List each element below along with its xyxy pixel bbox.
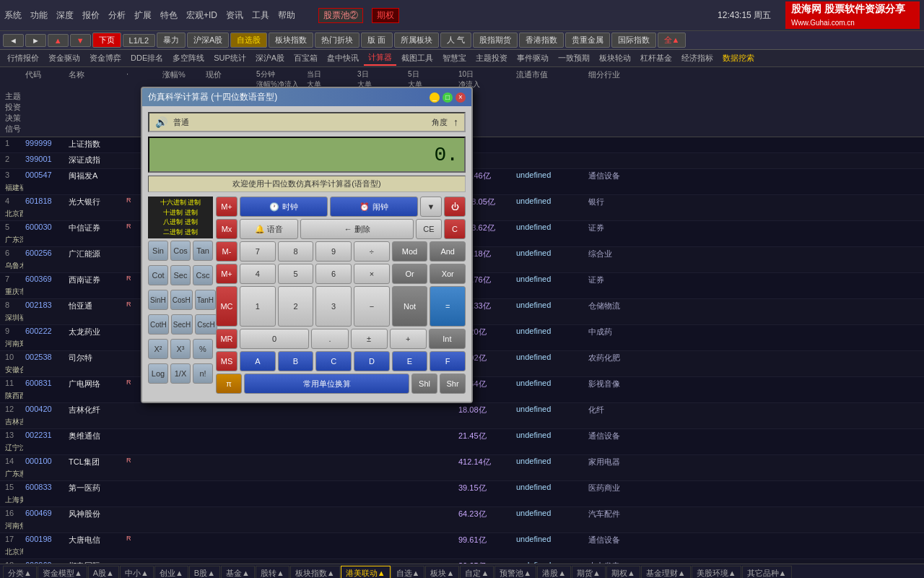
calc-mx-button[interactable]: Mx bbox=[216, 219, 237, 239]
calc-dot-button[interactable]: . bbox=[311, 329, 348, 349]
table-row[interactable]: 16 600469 风神股份 64.23亿 undefined 汽车配件 河南焦… bbox=[0, 507, 924, 533]
bottom-tab[interactable]: 期货▲ bbox=[572, 566, 606, 578]
calc-log-button[interactable]: Log bbox=[148, 363, 168, 384]
calc-and-button[interactable]: And bbox=[430, 241, 466, 262]
calc-sub-button[interactable]: − bbox=[354, 286, 390, 327]
nav2-econindex[interactable]: 经济指标 bbox=[677, 51, 718, 65]
nav1-sector[interactable]: 所属板块 bbox=[394, 33, 439, 48]
nav2-sza[interactable]: 深沪A股 bbox=[251, 51, 289, 65]
calc-ms-button[interactable]: MS bbox=[216, 351, 237, 371]
calc-pi-button[interactable]: π bbox=[216, 374, 242, 394]
calc-cosh-button[interactable]: CosH bbox=[170, 290, 193, 310]
nav1-gold[interactable]: 贵重金属 bbox=[565, 33, 610, 48]
calc-clock-button[interactable]: 🕐 时钟 bbox=[240, 197, 328, 217]
calc-f-button[interactable]: F bbox=[430, 351, 466, 371]
nav1-ashare[interactable]: 沪深A股 bbox=[187, 33, 229, 48]
calc-fact-button[interactable]: n! bbox=[193, 363, 213, 384]
nav1-hotblock[interactable]: 热门折块 bbox=[315, 33, 359, 48]
menu-quote[interactable]: 报价 bbox=[82, 9, 100, 22]
nav1-intlindex[interactable]: 国际指数 bbox=[611, 33, 656, 48]
calc-c-button[interactable]: C bbox=[444, 219, 466, 239]
bottom-tab[interactable]: 板块▲ bbox=[425, 566, 459, 578]
calc-or-button[interactable]: Or bbox=[392, 264, 428, 284]
calc-x3-button[interactable]: X³ bbox=[170, 339, 191, 359]
bottom-tab[interactable]: 其它品种▲ bbox=[742, 566, 792, 578]
nav2-capbog[interactable]: 资金博弈 bbox=[85, 51, 126, 65]
bottom-tab[interactable]: 港美联动▲ bbox=[341, 566, 391, 578]
calc-ce-button[interactable]: CE bbox=[416, 219, 442, 239]
menu-help[interactable]: 帮助 bbox=[278, 9, 295, 22]
calc-del-button[interactable]: ← 删除 bbox=[300, 219, 414, 239]
table-row[interactable]: 12 000420 吉林化纤 18.08亿 undefined 化纤 吉林吉林·… bbox=[0, 403, 924, 429]
nav1-force[interactable]: 暴力 bbox=[157, 33, 186, 48]
calc-bc-button[interactable]: C bbox=[315, 351, 352, 371]
bottom-tab[interactable]: 自选▲ bbox=[391, 566, 425, 578]
bottom-tab[interactable]: 基金▲ bbox=[221, 566, 255, 578]
bottom-tab[interactable]: 自定▲ bbox=[460, 566, 494, 578]
nav1-futures[interactable]: 股指期货 bbox=[473, 33, 518, 48]
nav2-screenshot[interactable]: 截图工具 bbox=[397, 51, 437, 65]
nav1-watchlist[interactable]: 自选股 bbox=[230, 33, 267, 48]
nav1-next[interactable]: ► bbox=[25, 34, 46, 47]
calc-coth-button[interactable]: CotH bbox=[148, 314, 169, 335]
menu-info[interactable]: 资讯 bbox=[226, 9, 243, 22]
bottom-tab[interactable]: 预警池▲ bbox=[494, 566, 536, 578]
menu-analysis[interactable]: 分析 bbox=[108, 9, 126, 22]
nav2-datamining[interactable]: 数据挖索 bbox=[718, 51, 759, 65]
calc-add-button[interactable]: + bbox=[390, 329, 427, 349]
calc-mplus-button[interactable]: M+ bbox=[216, 197, 237, 217]
menu-special[interactable]: 特色 bbox=[160, 9, 178, 22]
calc-minimize-button[interactable]: _ bbox=[430, 92, 440, 103]
calc-sinh-button[interactable]: SinH bbox=[148, 290, 168, 310]
calc-mod-button[interactable]: Mod bbox=[392, 241, 428, 262]
calc-5-button[interactable]: 5 bbox=[278, 264, 314, 284]
calc-e-button[interactable]: E bbox=[392, 351, 428, 371]
calc-sign-button[interactable]: ± bbox=[351, 329, 388, 349]
nav2-capital[interactable]: 资金驱动 bbox=[44, 51, 84, 65]
calc-sec-button[interactable]: Sec bbox=[170, 265, 191, 285]
nav1-all[interactable]: 全▲ bbox=[658, 33, 687, 48]
calc-xor-button[interactable]: Xor bbox=[430, 264, 466, 284]
calc-a-button[interactable]: A bbox=[240, 351, 276, 371]
bottom-tab[interactable]: 期权▲ bbox=[606, 566, 640, 578]
calc-down-button[interactable]: ▼ bbox=[420, 197, 442, 217]
calc-voice-button[interactable]: 🔔 语音 bbox=[240, 219, 298, 239]
bottom-tab[interactable]: 资金模型▲ bbox=[38, 566, 87, 578]
calc-not-button[interactable]: Not bbox=[392, 286, 428, 327]
menu-sys[interactable]: 系统 bbox=[4, 9, 22, 22]
nav1-popularity[interactable]: 人 气 bbox=[440, 33, 471, 48]
nav1-layout[interactable]: 版 面 bbox=[361, 33, 392, 48]
calc-csc-button[interactable]: Csc bbox=[193, 265, 213, 285]
nav2-intraday[interactable]: 盘中快讯 bbox=[323, 51, 363, 65]
menu-macro[interactable]: 宏观+ID bbox=[186, 9, 217, 22]
menu-func[interactable]: 功能 bbox=[30, 9, 48, 22]
nav1-down[interactable]: ▼ bbox=[70, 34, 91, 47]
calc-tan-button[interactable]: Tan bbox=[193, 241, 213, 261]
calc-power-button[interactable]: ⏻ bbox=[444, 197, 466, 217]
calc-int-button[interactable]: Int bbox=[429, 329, 466, 349]
nav1-l1l2[interactable]: L1/L2 bbox=[123, 34, 156, 47]
calc-mc-button[interactable]: MC bbox=[216, 286, 237, 327]
calc-0-button[interactable]: 0 bbox=[240, 329, 309, 349]
calc-sin-button[interactable]: Sin bbox=[148, 241, 168, 261]
options-tab[interactable]: 期权 bbox=[372, 8, 399, 23]
nav1-hkindex[interactable]: 香港指数 bbox=[519, 33, 564, 48]
nav2-dde[interactable]: DDE排名 bbox=[126, 51, 167, 65]
bottom-tab[interactable]: 分类▲ bbox=[3, 566, 37, 578]
calc-div-button[interactable]: ÷ bbox=[354, 241, 390, 262]
calc-maximize-button[interactable]: □ bbox=[443, 92, 453, 103]
nav1-up[interactable]: ▲ bbox=[48, 34, 69, 47]
table-row[interactable]: 14 000100 TCL集团 R 412.14亿 undefined 家用电器… bbox=[0, 455, 924, 481]
menu-tools[interactable]: 工具 bbox=[252, 9, 269, 22]
calc-sech-button[interactable]: SecH bbox=[171, 314, 193, 335]
nav2-event[interactable]: 事件驱动 bbox=[513, 51, 553, 65]
bottom-tab[interactable]: 中小▲ bbox=[120, 566, 154, 578]
bottom-tab[interactable]: 港股▲ bbox=[537, 566, 571, 578]
calc-tanh-button[interactable]: TanH bbox=[195, 290, 216, 310]
bottom-tab[interactable]: 股转▲ bbox=[256, 566, 289, 578]
nav2-treasure[interactable]: 百宝箱 bbox=[289, 51, 322, 65]
table-row[interactable]: 17 600198 大唐电信 R 99.61亿 undefined 通信设备 北… bbox=[0, 533, 924, 559]
nav2-sector-rotate[interactable]: 板块轮动 bbox=[595, 51, 635, 65]
calc-mr-button[interactable]: MR bbox=[216, 329, 237, 349]
bottom-tab[interactable]: 板块指数▲ bbox=[290, 566, 340, 578]
